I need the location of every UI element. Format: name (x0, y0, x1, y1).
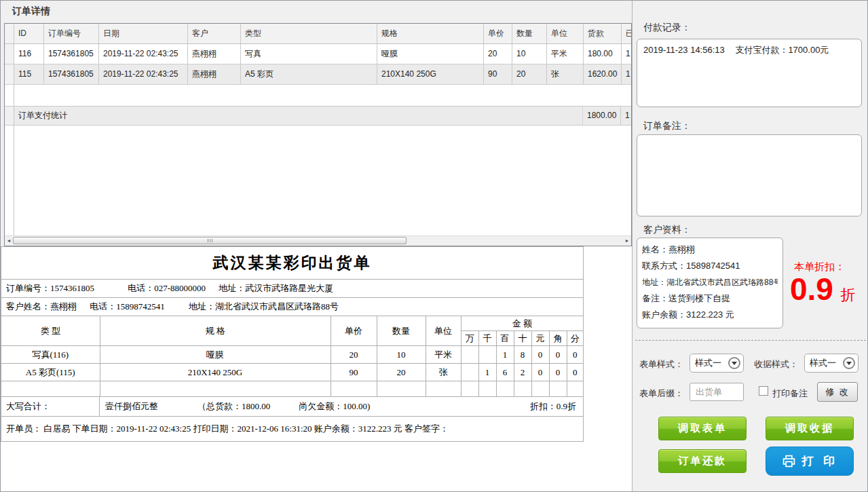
item-spec: 210X140 250G (100, 364, 331, 381)
scroll-left-icon[interactable]: ◄ (5, 236, 13, 245)
cell-id: 115 (14, 64, 44, 84)
modify-button[interactable]: 修 改 (817, 382, 858, 402)
digit-yuan: 元 (531, 331, 549, 346)
stats-amount: 1800.00 (583, 107, 621, 125)
receipt-style-value: 样式一 (810, 358, 836, 368)
row-header-cell (5, 64, 14, 84)
cell-type: A5 彩页 (241, 64, 377, 84)
chevron-down-icon[interactable] (728, 357, 740, 369)
load-receipt-button[interactable]: 调取收据 (766, 417, 854, 440)
col-paid[interactable]: 已付 (622, 24, 631, 43)
print-remark-checkbox[interactable] (759, 386, 768, 396)
payment-text: 支付宝付款：1700.00元 (735, 45, 829, 55)
invoice-footer-row: 开单员： 白居易 下单日期：2019-11-22 02:43:25 打印日期：2… (1, 417, 583, 441)
scrollbar-thumb[interactable] (13, 237, 407, 244)
print-remark-label: 打印备注 (772, 387, 808, 400)
cell-spec: 哑膜 (377, 44, 484, 64)
empty-row (5, 85, 631, 107)
item-qty: 20 (377, 364, 426, 381)
cell-customer: 燕栩栩 (188, 44, 241, 64)
invoice-items-table: 类 型 规 格 单价 数量 单位 金 额 万 千 百 十 元 角 分 写真(11… (1, 316, 583, 397)
col-customer[interactable]: 客户 (188, 24, 241, 43)
digit-fen: 分 (567, 331, 583, 346)
item-digit: 0 (549, 346, 567, 364)
col-type[interactable]: 类型 (241, 24, 377, 43)
item-type: 写真(116) (1, 346, 100, 364)
cell-order-no: 1574361805 (44, 64, 99, 84)
form-suffix-label: 表单后缀： (639, 387, 683, 400)
chevron-down-icon[interactable] (843, 357, 855, 369)
form-suffix-input[interactable] (690, 383, 744, 401)
inv-col-amount: 金 额 (461, 316, 583, 331)
customer-info-label: 客户资料： (643, 224, 691, 236)
inv-col-price: 单价 (331, 316, 377, 346)
cell-type: 写真 (241, 44, 377, 64)
discount-note: 折扣：0.9折 (530, 397, 576, 416)
invoice-item-row: 写真(116) 哑膜 20 10 平米 1 8 0 0 0 (1, 346, 583, 364)
payment-time: 2019-11-23 14:56:13 (643, 45, 725, 55)
col-date[interactable]: 日期 (99, 24, 188, 43)
item-digit: 1 (478, 364, 496, 381)
order-repay-button[interactable]: 订单还款 (658, 449, 747, 473)
form-style-select[interactable]: 样式一 (690, 354, 744, 373)
invoice-customer-phone: 电话：15898742541 (90, 301, 165, 311)
row-header-cell (5, 107, 14, 125)
col-order-no[interactable]: 订单编号 (44, 24, 99, 43)
customer-address: 地址：湖北省武汉市武昌区武珞路88号 (642, 274, 778, 290)
item-digit: 0 (531, 346, 549, 364)
col-price[interactable]: 单价 (484, 24, 512, 43)
col-spec[interactable]: 规格 (377, 24, 484, 43)
col-amount[interactable]: 货款 (584, 24, 622, 43)
triangle-glyph (846, 362, 852, 365)
total-amount: （总货款：1800.00 (197, 397, 270, 416)
col-id[interactable]: ID (14, 24, 44, 43)
table-row[interactable]: 115 1574361805 2019-11-22 02:43:25 燕栩栩 A… (5, 64, 631, 85)
orders-table-header: ID 订单编号 日期 客户 类型 规格 单价 数量 单位 货款 已付 (5, 24, 631, 44)
inv-col-type: 类 型 (1, 316, 100, 346)
invoice-info-line1: 订单编号：1574361805 电话：027-88000000 地址：武汉市武珞… (1, 280, 583, 298)
account-balance: 账户余额：3122.223 元 (314, 423, 402, 434)
receipt-style-select[interactable]: 样式一 (804, 354, 858, 373)
orders-table: ID 订单编号 日期 客户 类型 规格 单价 数量 单位 货款 已付 116 1… (4, 23, 632, 246)
item-digit: 6 (496, 364, 514, 381)
digit-jiao: 角 (549, 331, 567, 346)
scroll-right-icon[interactable]: ► (623, 236, 631, 245)
invoice-header-row: 类 型 规 格 单价 数量 单位 金 额 (1, 316, 583, 331)
item-digit (478, 346, 496, 364)
item-digit: 0 (567, 364, 583, 381)
print-button[interactable]: 打 印 (766, 447, 854, 476)
invoice-customer-name: 客户姓名：燕栩栩 (6, 301, 77, 311)
col-qty[interactable]: 数量 (512, 24, 547, 43)
item-price: 90 (331, 364, 377, 381)
total-in-words: 壹仟捌佰元整 (105, 397, 158, 416)
cell-qty: 20 (512, 64, 547, 84)
owed-amount: 尚欠金额：100.00) (299, 397, 370, 416)
customer-phone: 联系方式：15898742541 (642, 258, 778, 274)
col-unit[interactable]: 单位 (547, 24, 584, 43)
invoice-preview-area: 武汉某某彩印出货单 订单编号：1574361805 电话：027-8800000… (1, 246, 632, 491)
order-remarks-box[interactable] (637, 134, 862, 216)
load-form-button[interactable]: 调取表单 (658, 417, 747, 440)
payment-records-box[interactable]: 2019-11-23 14:56:13 支付宝付款：1700.00元 (637, 39, 862, 107)
row-header-cell (5, 44, 14, 64)
item-unit: 平米 (426, 346, 461, 364)
printer-icon (781, 454, 797, 468)
invoice-total-row: 大写合计： 壹仟捌佰元整 （总货款：1800.00 尚欠金额：100.00) 折… (1, 397, 583, 417)
horizontal-scrollbar[interactable]: ◄ ► (5, 235, 631, 246)
invoice: 武汉某某彩印出货单 订单编号：1574361805 电话：027-8800000… (1, 246, 584, 442)
table-row[interactable]: 116 1574361805 2019-11-22 02:43:25 燕栩栩 写… (5, 44, 631, 64)
cell-id: 116 (14, 44, 44, 64)
customer-remark: 备注：送货到楼下自提 (642, 290, 778, 307)
form-style-value: 样式一 (695, 358, 721, 368)
digit-shi: 十 (514, 331, 531, 346)
divider (635, 340, 866, 341)
row-header-cell (5, 85, 14, 106)
clerk: 开单员： 白居易 (6, 423, 70, 434)
item-digit: 8 (514, 346, 531, 364)
invoice-shop-phone: 电话：027-88000000 (128, 283, 206, 293)
invoice-info-line2: 客户姓名：燕栩栩 电话：15898742541 地址：湖北省武汉市武昌区武珞路8… (1, 298, 583, 316)
customer-info-box: 姓名：燕栩栩 联系方式：15898742541 地址：湖北省武汉市武昌区武珞路8… (637, 238, 783, 328)
cell-amount: 180.00 (584, 44, 622, 64)
item-digit (461, 364, 478, 381)
payment-records-label: 付款记录： (643, 22, 691, 34)
